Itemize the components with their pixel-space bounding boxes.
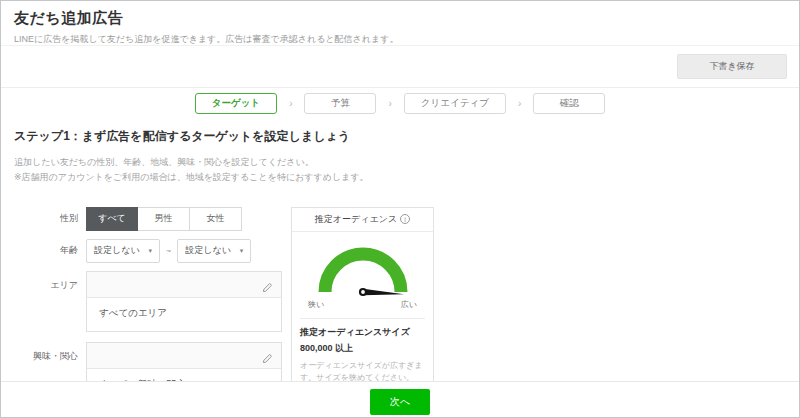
step-label: ターゲット <box>212 97 260 110</box>
step-description-line2: ※店舗用のアカウントをご利用の場合は、地域を設定することを特におすすめします。 <box>14 172 369 182</box>
age-row: 年齢 設定しない ▾ ~ 設定しない ▾ <box>14 239 282 263</box>
footer-bar: 次へ <box>1 381 799 417</box>
interest-input[interactable] <box>87 343 281 369</box>
area-selection-text: すべてのエリア <box>87 298 281 331</box>
gender-option-male[interactable]: 男性 <box>138 207 190 231</box>
friend-add-ads-page: 友だち追加広告 LINEに広告を掲載して友だち追加を促進できます。広告は審査で承… <box>0 0 800 418</box>
audience-panel-title: 推定オーディエンス <box>315 213 397 226</box>
chevron-right-icon: › <box>388 98 391 109</box>
pencil-icon[interactable] <box>262 279 273 297</box>
info-icon[interactable]: i <box>400 214 410 224</box>
step-description-line1: 追加したい友だちの性別、年齢、地域、興味・関心を設定してください。 <box>14 157 314 167</box>
audience-size-label: 推定オーディエンスサイズ <box>300 326 425 339</box>
area-input[interactable] <box>87 272 281 298</box>
save-draft-button[interactable]: 下書き保存 <box>677 54 787 79</box>
gauge-narrow-label: 狭い <box>308 299 324 310</box>
interest-label: 興味・関心 <box>14 342 78 363</box>
gender-label: 性別 <box>14 212 78 225</box>
gender-segmented-control: すべて 男性 女性 <box>86 207 242 231</box>
step-heading: ステップ1：まず広告を配信するターゲットを設定しましょう <box>14 128 786 145</box>
area-label: エリア <box>14 271 78 292</box>
age-from-select[interactable]: 設定しない ▾ <box>86 239 160 263</box>
step-label: 確認 <box>560 97 579 110</box>
targeting-content: 性別 すべて 男性 女性 年齢 設定しない ▾ ~ 設定しない ▾ <box>1 185 799 411</box>
step-intro: ステップ1：まず広告を配信するターゲットを設定しましょう 追加したい友だちの性別… <box>1 118 799 185</box>
gender-option-female[interactable]: 女性 <box>190 207 242 231</box>
estimated-audience-panel: 推定オーディエンス i 狭い 広い 推定オーディエンスサイズ 800,000 以… <box>291 207 434 397</box>
caret-down-icon: ▾ <box>148 247 152 255</box>
step-tab-creative[interactable]: クリエイティブ <box>404 93 506 114</box>
chevron-right-icon: › <box>518 98 521 109</box>
step-navigation: ターゲット › 予算 › クリエイティブ › 確認 <box>1 88 799 118</box>
caret-down-icon: ▾ <box>240 247 244 255</box>
page-title: 友だち追加広告 <box>14 9 786 28</box>
age-range-separator: ~ <box>166 246 171 256</box>
step-label: クリエイティブ <box>421 97 489 110</box>
area-edit-box: すべてのエリア <box>86 271 282 332</box>
audience-panel-header: 推定オーディエンス i <box>292 208 433 232</box>
page-subtitle: LINEに広告を掲載して友だち追加を促進できます。広告は審査で承認されると配信さ… <box>14 33 786 46</box>
audience-size-value: 800,000 以上 <box>300 342 425 355</box>
gauge-wide-label: 広い <box>401 299 417 310</box>
step-tab-confirm[interactable]: 確認 <box>533 93 605 114</box>
chevron-right-icon: › <box>289 98 292 109</box>
area-row: エリア すべてのエリア <box>14 271 282 332</box>
next-button[interactable]: 次へ <box>370 389 430 415</box>
audience-gauge <box>292 232 433 302</box>
age-from-value: 設定しない <box>94 244 140 257</box>
step-label: 予算 <box>331 97 350 110</box>
page-header: 友だち追加広告 LINEに広告を掲載して友だち追加を促進できます。広告は審査で承… <box>1 1 799 46</box>
gauge-arc <box>311 240 415 298</box>
step-description: 追加したい友だちの性別、年齢、地域、興味・関心を設定してください。 ※店舗用のア… <box>14 155 786 185</box>
gender-row: 性別 すべて 男性 女性 <box>14 207 282 231</box>
gender-option-all[interactable]: すべて <box>86 207 138 231</box>
step-tab-target[interactable]: ターゲット <box>195 93 277 114</box>
age-to-value: 設定しない <box>185 244 231 257</box>
pencil-icon[interactable] <box>262 350 273 368</box>
step-tab-budget[interactable]: 予算 <box>304 93 376 114</box>
age-to-select[interactable]: 設定しない ▾ <box>177 239 251 263</box>
toolbar: 下書き保存 <box>1 46 799 88</box>
age-label: 年齢 <box>14 244 78 257</box>
